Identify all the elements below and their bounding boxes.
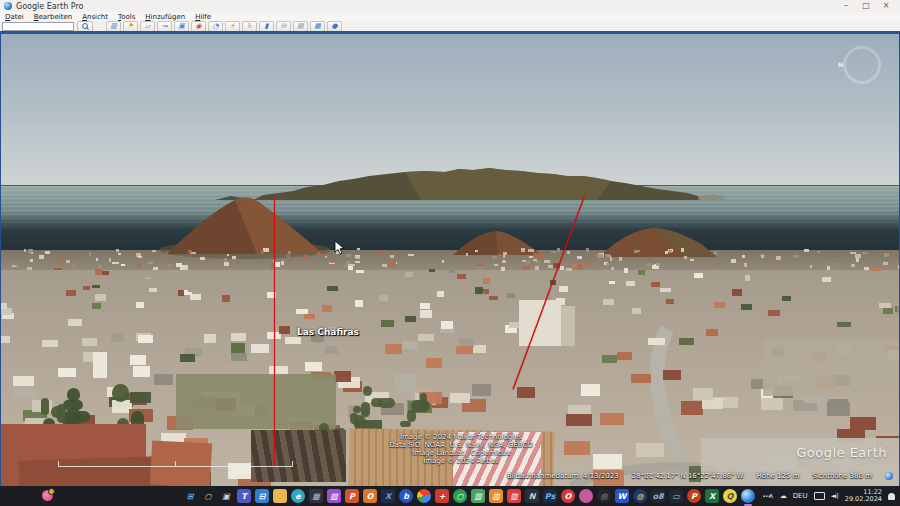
toolbar-icon-sunlight[interactable]: ☀ (225, 21, 240, 32)
language-indicator[interactable]: DEU (793, 492, 808, 500)
globe-status-icon (885, 472, 893, 480)
speaker-icon[interactable]: ◄) (831, 492, 839, 500)
toolbar-icon-print[interactable]: ▤ (293, 21, 308, 32)
windows-taskbar: ⊞○▣T⊟e▦▨POXb+○▥▥▥NPsO◎W◍o8▭PXQ⋯ ∧ ☁ DEU … (0, 486, 900, 506)
taskbar-icon-app-green-badge[interactable]: ▥ (471, 489, 485, 503)
taskbar-icon-calculator[interactable]: ▦ (309, 489, 323, 503)
attribution-line: Image © 2024 Airbus (231, 457, 691, 465)
attribution-line: Image © 2024 Maxar Technologies (231, 433, 691, 441)
eye-altitude: Sichthöhe 380 m (812, 472, 872, 480)
app-globe-icon (4, 2, 12, 10)
toolbar: ▥⚑▱↝▣◉◔☀♄▮✉▤▦● (0, 21, 900, 31)
toolbar-icon-historical-imagery[interactable]: ◔ (208, 21, 223, 32)
toolbar-icon-save-image[interactable]: ▦ (310, 21, 325, 32)
attribution-line: Data SIO, NOAA, U.S. Navy, NGA, GEBCO (231, 441, 691, 449)
taskbar-icon-task-view[interactable]: ▣ (219, 489, 233, 503)
toolbar-icon-planets[interactable]: ♄ (242, 21, 257, 32)
taskbar-icon-app-color-circle[interactable] (579, 489, 593, 503)
taskbar-icon-google-earth[interactable] (741, 489, 755, 503)
taskbar-icon-search[interactable]: ○ (201, 489, 215, 503)
taskbar-icon-green-search[interactable]: ○ (453, 489, 467, 503)
menu-item-hilfe[interactable]: Hilfe (195, 13, 211, 21)
minimize-button[interactable]: – (836, 0, 856, 12)
taskbar-icon-acrobat[interactable]: + (435, 489, 449, 503)
taskbar-icon-app-orange-badge[interactable]: ▥ (489, 489, 503, 503)
display-network-icon[interactable] (814, 492, 825, 500)
window-controls: – □ × (836, 0, 896, 12)
google-earth-window: Google Earth Pro – □ × DateiBearbeitenAn… (0, 0, 900, 506)
imagery-date: Bildaufnahmedatum: 4/13/2023 (507, 472, 619, 480)
taskbar-icon-bing-search[interactable]: b (399, 489, 413, 503)
taskbar-icon-photos[interactable]: ▨ (327, 489, 341, 503)
shoreline (1, 250, 899, 272)
taskbar-icon-store[interactable]: ⊟ (255, 489, 269, 503)
taskbar-icon-app-dark-circle[interactable]: ◎ (597, 489, 611, 503)
menu-item-tools[interactable]: Tools (118, 13, 135, 21)
notifications-bell-icon[interactable] (888, 493, 895, 500)
taskbar-icon-powerpoint[interactable]: P (687, 489, 701, 503)
search-icon (82, 23, 88, 29)
attribution-line: Image Landsat / Copernicus (231, 449, 691, 457)
terrain-elevation: Höhe 125 m (757, 472, 800, 480)
onedrive-cloud-icon[interactable]: ☁ (780, 492, 787, 500)
menu-item-bearbeiten[interactable]: Bearbeiten (34, 13, 72, 21)
taskbar-icon-app-x[interactable]: X (381, 489, 395, 503)
toolbar-icon-add-polygon[interactable]: ▱ (140, 21, 155, 32)
sky (1, 34, 899, 186)
toolbar-icon-add-image-overlay[interactable]: ▣ (174, 21, 189, 32)
search-input[interactable] (2, 22, 74, 31)
taskbar-icon-chrome[interactable] (417, 489, 431, 503)
scale-bar (58, 460, 293, 467)
taskbar-icon-outlook[interactable]: O (363, 489, 377, 503)
toolbar-icon-add-placemark[interactable]: ⚑ (123, 21, 138, 32)
look-joystick-compass[interactable]: N (843, 46, 881, 84)
taskbar-icon-opera[interactable]: O (561, 489, 575, 503)
taskbar-icon-start[interactable]: ⊞ (183, 489, 197, 503)
compass-north-label: N (838, 61, 843, 68)
window-title: Google Earth Pro (16, 2, 83, 11)
google-earth-watermark: Google Earth (796, 445, 887, 460)
menu-item-ansicht[interactable]: Ansicht (82, 13, 108, 21)
taskbar-icon-excel[interactable]: X (705, 489, 719, 503)
pointer-coordinates: 28°01'42.17" N 16°22'47.86" W (632, 472, 744, 480)
taskbar-icon-app-red-badge[interactable]: ▥ (507, 489, 521, 503)
toolbar-icon-sidebar-toggle[interactable]: ▥ (106, 21, 121, 32)
place-label: Las Chafiras (297, 327, 359, 337)
taskbar-icon-file-explorer[interactable] (273, 489, 287, 503)
taskbar-icon-authenticator[interactable]: Q (723, 489, 737, 503)
taskbar-icon-display-app[interactable]: ▭ (669, 489, 683, 503)
taskbar-icon-app-dark-badge[interactable]: N (525, 489, 539, 503)
sea-dark-band (1, 212, 899, 252)
search-button[interactable] (77, 21, 93, 32)
imagery-attribution: Image © 2024 Maxar TechnologiesData SIO,… (231, 433, 691, 465)
taskbar-icon-word[interactable]: W (615, 489, 629, 503)
status-bar: Bildaufnahmedatum: 4/13/2023 28°01'42.17… (507, 472, 893, 480)
toolbar-icon-view-in-maps[interactable]: ● (327, 21, 342, 32)
taskbar-icon-app-blue-gold[interactable]: ◍ (633, 489, 647, 503)
toolbar-icon-email[interactable]: ✉ (276, 21, 291, 32)
measurement-line-left (274, 197, 275, 467)
taskbar-icon-app-o8[interactable]: o8 (651, 489, 665, 503)
taskbar-icon-edge[interactable]: e (291, 489, 305, 503)
notification-flower-icon[interactable] (42, 490, 53, 501)
toolbar-icon-ruler[interactable]: ▮ (259, 21, 274, 32)
tray-chevron-icon[interactable]: ∧ (769, 492, 774, 500)
toolbar-icon-record-tour[interactable]: ◉ (191, 21, 206, 32)
menu-item-datei[interactable]: Datei (5, 13, 24, 21)
toolbar-icons: ▥⚑▱↝▣◉◔☀♄▮✉▤▦● (106, 21, 342, 32)
tray-date: 29.02.2024 (845, 496, 882, 504)
clock[interactable]: 11:22 29.02.2024 (845, 489, 882, 504)
system-tray: ∧ ☁ DEU ◄) 11:22 29.02.2024 (769, 486, 895, 506)
taskbar-icon-paint-p[interactable]: P (345, 489, 359, 503)
earth-viewport[interactable]: N Las Chafiras Image © 2024 Maxar Techno… (0, 34, 900, 486)
taskbar-icons: ⊞○▣T⊟e▦▨POXb+○▥▥▥NPsO◎W◍o8▭PXQ⋯ (183, 489, 773, 503)
taskbar-icon-teams[interactable]: T (237, 489, 251, 503)
toolbar-icon-add-path[interactable]: ↝ (157, 21, 172, 32)
close-button[interactable]: × (876, 0, 896, 12)
maximize-button[interactable]: □ (856, 0, 876, 12)
menu-item-hinzufuegen[interactable]: Hinzufügen (145, 13, 185, 21)
taskbar-icon-photoshop[interactable]: Ps (543, 489, 557, 503)
